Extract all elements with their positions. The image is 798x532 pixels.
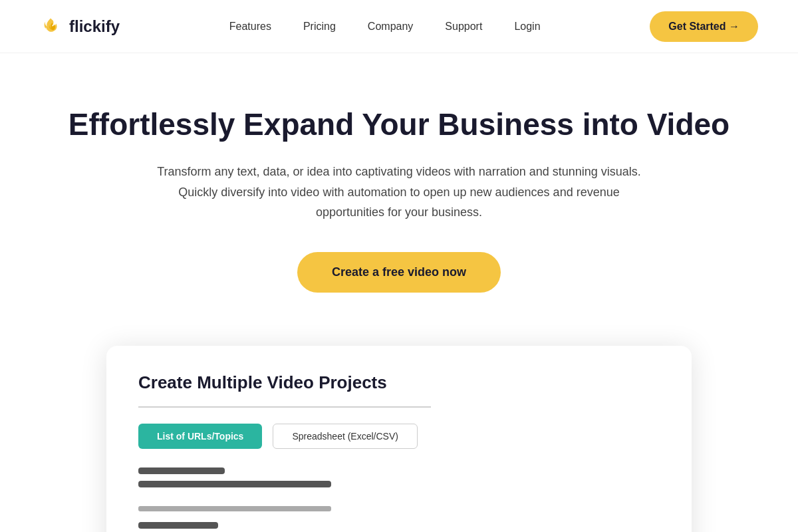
demo-divider [138,406,431,408]
demo-card: Create Multiple Video Projects List of U… [106,346,692,532]
nav-company[interactable]: Company [368,21,413,32]
demo-content-lines-2 [138,522,660,532]
tab-urls-topics[interactable]: List of URLs/Topics [138,424,262,449]
logo-icon [40,15,64,39]
nav-login[interactable]: Login [514,21,540,32]
hero-subtitle: Transform any text, data, or idea into c… [146,162,652,223]
demo-card-title: Create Multiple Video Projects [138,372,660,393]
content-line-3 [138,522,218,529]
hero-title: Effortlessly Expand Your Business into V… [40,106,758,143]
nav-links: Features Pricing Company Support Login [229,21,541,33]
nav-pricing[interactable]: Pricing [303,21,336,32]
get-started-button[interactable]: Get Started → [650,11,758,42]
nav-features[interactable]: Features [229,21,271,32]
demo-card-wrapper: Create Multiple Video Projects List of U… [0,319,798,532]
create-free-video-button[interactable]: Create a free video now [297,252,501,293]
sub-line-1 [138,506,331,511]
content-line-1 [138,467,225,474]
demo-content-lines [138,467,660,487]
demo-sub-lines [138,506,660,519]
tab-spreadsheet[interactable]: Spreadsheet (Excel/CSV) [273,424,418,449]
hero-section: Effortlessly Expand Your Business into V… [0,53,798,319]
nav-support[interactable]: Support [445,21,482,32]
navbar: flickify Features Pricing Company Suppor… [0,0,798,53]
logo-text: flickify [69,17,120,36]
content-line-2 [138,481,331,487]
demo-tabs: List of URLs/Topics Spreadsheet (Excel/C… [138,424,660,449]
logo[interactable]: flickify [40,15,120,39]
